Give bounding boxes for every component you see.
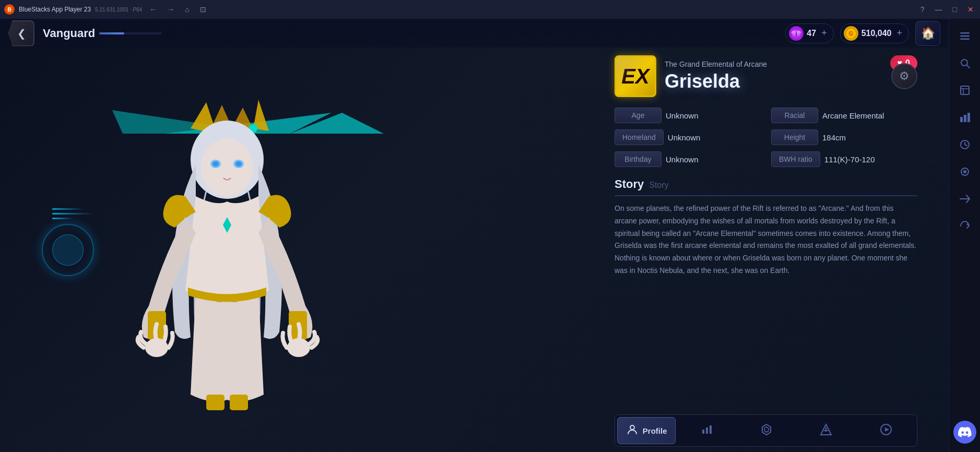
svg-point-2 <box>793 33 796 37</box>
currency-area: 47 + G 510,040 + <box>785 21 940 46</box>
stat-height: Height 184cm <box>771 129 917 145</box>
svg-rect-33 <box>710 425 712 434</box>
glow-bar-2 <box>52 213 94 215</box>
tab-profile[interactable]: Profile <box>617 417 676 444</box>
butterfly-value: 47 <box>807 29 816 38</box>
svg-marker-34 <box>762 424 771 435</box>
sidebar-icon-5[interactable] <box>952 132 978 158</box>
svg-line-45 <box>966 65 970 68</box>
svg-rect-43 <box>960 39 970 40</box>
play-tab-icon <box>880 423 892 438</box>
tab-hex[interactable] <box>738 417 795 444</box>
app-title: BlueStacks App Player 23 <box>19 6 91 13</box>
svg-rect-46 <box>961 86 969 94</box>
story-header: Story Story <box>615 177 917 196</box>
story-text: On some planets, the refined power of th… <box>615 203 917 404</box>
home-button[interactable]: 🏠 <box>915 21 940 46</box>
nav-back[interactable]: ← <box>146 4 160 15</box>
svg-rect-41 <box>960 32 970 34</box>
settings-button[interactable]: ⚙ <box>891 63 917 89</box>
header-progress-bar <box>99 32 162 34</box>
window-controls: ? — □ ✕ <box>918 5 976 14</box>
racial-value: Arcane Elemental <box>822 111 884 120</box>
ex-badge-text: EX <box>621 65 649 88</box>
back-icon: ❮ <box>17 27 26 40</box>
sidebar-icon-4[interactable] <box>952 104 978 130</box>
character-title-block: The Grand Elemental of Arcane Griselda <box>665 60 767 92</box>
character-header: EX The Grand Elemental of Arcane Griseld… <box>615 55 917 97</box>
story-title: Story <box>615 177 644 191</box>
info-panel: EX The Grand Elemental of Arcane Griseld… <box>615 55 917 447</box>
svg-rect-49 <box>960 117 963 122</box>
svg-marker-35 <box>764 427 769 432</box>
butterfly-svg <box>790 28 802 39</box>
svg-point-22 <box>235 161 242 166</box>
nav-forward[interactable]: → <box>164 4 178 15</box>
back-button[interactable]: ❮ <box>8 20 34 46</box>
butterfly-icon <box>789 26 804 41</box>
svg-rect-31 <box>702 430 704 434</box>
sidebar-icon-1[interactable] <box>952 23 978 49</box>
svg-point-3 <box>796 33 800 37</box>
stat-bwh: BWH ratio 111(K)-70-120 <box>771 151 917 167</box>
nav-bookmark[interactable]: ⊡ <box>197 4 209 15</box>
coin-add[interactable]: + <box>896 28 902 39</box>
tab-play[interactable] <box>857 417 915 444</box>
minimize-button[interactable]: — <box>933 5 944 14</box>
discord-area <box>953 421 976 448</box>
sidebar-icon-6[interactable] <box>952 159 978 185</box>
stats-grid: Age Unknown Racial Arcane Elemental Home… <box>615 108 917 167</box>
main-content: ❮ Vanguard <box>0 19 980 452</box>
homeland-value: Unknown <box>668 133 701 142</box>
story-section: Story Story On some planets, the refined… <box>615 177 917 404</box>
coin-svg: G <box>845 28 857 39</box>
sidebar-icon-2[interactable] <box>952 50 978 76</box>
glow-bar-1 <box>52 208 84 210</box>
stat-age: Age Unknown <box>615 108 761 123</box>
svg-rect-51 <box>967 113 970 122</box>
coin-value: 510,040 <box>861 29 892 38</box>
close-button[interactable]: ✕ <box>965 5 976 14</box>
character-svg <box>70 71 384 452</box>
sidebar-icon-3[interactable] <box>952 77 978 103</box>
glow-orb-inner <box>52 234 84 266</box>
character-name: Griselda <box>665 70 767 92</box>
maximize-button[interactable]: □ <box>951 5 959 14</box>
profile-tab-icon <box>626 423 639 438</box>
butterfly-currency: 47 + <box>785 23 833 43</box>
tab-skills[interactable] <box>797 417 855 444</box>
svg-text:G: G <box>849 31 853 37</box>
game-area: ❮ Vanguard <box>0 19 949 452</box>
help-button[interactable]: ? <box>918 5 927 14</box>
svg-rect-50 <box>964 115 966 122</box>
skills-tab-icon <box>820 423 832 438</box>
home-icon: 🏠 <box>921 27 935 40</box>
racial-label: Racial <box>771 108 818 123</box>
tab-stats[interactable] <box>678 417 735 444</box>
bwh-label: BWH ratio <box>771 151 820 167</box>
butterfly-add[interactable]: + <box>821 28 827 39</box>
right-sidebar <box>949 19 980 452</box>
birthday-value: Unknown <box>666 155 699 164</box>
svg-rect-28 <box>206 395 225 410</box>
story-subtitle-label: Story <box>649 181 668 190</box>
coin-currency: G 510,040 + <box>840 23 909 43</box>
character-subtitle: The Grand Elemental of Arcane <box>665 60 767 68</box>
app-icon: B <box>4 4 15 15</box>
discord-icon <box>958 427 972 437</box>
bwh-value: 111(K)-70-120 <box>824 155 875 164</box>
title-bar: B BlueStacks App Player 23 5.21.631.1001… <box>0 0 980 19</box>
sidebar-icon-8[interactable] <box>952 213 978 239</box>
header-title: Vanguard <box>43 27 95 40</box>
bottom-tabs: Profile <box>615 414 917 447</box>
app-version: 5.21.631.1001 · P64 <box>95 7 142 13</box>
svg-rect-29 <box>230 395 248 410</box>
profile-tab-label: Profile <box>643 426 667 435</box>
age-label: Age <box>615 108 662 123</box>
discord-button[interactable] <box>953 421 976 444</box>
age-value: Unknown <box>666 111 699 120</box>
height-label: Height <box>771 129 818 145</box>
nav-home[interactable]: ⌂ <box>182 4 192 15</box>
height-value: 184cm <box>822 133 846 142</box>
sidebar-icon-7[interactable] <box>952 186 978 212</box>
